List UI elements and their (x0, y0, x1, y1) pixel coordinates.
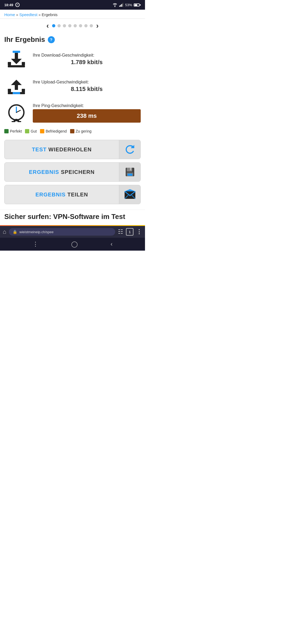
download-result-row: Ihre Download-Geschwindigkeit: 1.789 kbi… (4, 49, 141, 70)
carousel-dot-6[interactable] (79, 24, 82, 27)
page-title: Ihr Ergebnis (4, 35, 45, 44)
tab-count-button[interactable]: 1 (126, 228, 133, 236)
ping-svg-icon (6, 102, 27, 124)
legend-gut: Gut (25, 129, 37, 133)
browser-home-button[interactable]: ⌂ (3, 228, 6, 235)
carousel-dot-7[interactable] (84, 24, 88, 27)
lock-icon: 🔒 (13, 230, 17, 234)
share-result-button[interactable]: ERGEBNIS TEILEN (4, 185, 141, 204)
svg-rect-0 (119, 6, 120, 7)
browser-address-bar[interactable]: 🔒 wieistmeineip.ch/spee (9, 228, 115, 236)
svg-rect-6 (22, 62, 25, 65)
browser-menu-button[interactable]: ⋮ (136, 228, 142, 235)
carousel-dot-3[interactable] (63, 24, 66, 27)
android-back-button[interactable]: ‹ (111, 241, 113, 248)
download-info: Ihre Download-Geschwindigkeit: 1.789 kbi… (33, 53, 141, 66)
action-buttons: TEST WIEDERHOLEN ERGEBNIS SPEICHERN (4, 140, 141, 204)
android-recent-apps-button[interactable]: ⋮ (32, 241, 38, 248)
ping-label: Ihre Ping-Geschwindigkeit: (33, 103, 141, 108)
share-normal: TEILEN (66, 192, 88, 197)
carousel-prev[interactable]: ‹ (45, 21, 50, 30)
upload-icon (4, 75, 28, 97)
reader-mode-button[interactable]: ☷ (118, 228, 123, 235)
breadcrumb-current: Ergebnis (42, 12, 57, 17)
status-left: 18:49 ✓ (4, 3, 20, 7)
bottom-heading: Sicher surfen: VPN-Software im Test (0, 210, 145, 225)
breadcrumb-sep1: » (16, 13, 18, 17)
battery-icon (134, 3, 141, 6)
upload-info: Ihre Upload-Geschwindigkeit: 8.115 kbit/… (33, 80, 141, 93)
svg-line-18 (16, 110, 20, 112)
breadcrumb-sep2: » (38, 13, 41, 17)
ping-icon (4, 102, 28, 124)
carousel-dot-5[interactable] (74, 24, 77, 27)
svg-rect-27 (130, 168, 131, 170)
help-icon[interactable]: ? (48, 36, 55, 43)
repeat-test-normal: WIEDERHOLEN (47, 147, 92, 152)
svg-rect-22 (17, 121, 21, 122)
upload-result-row: Ihre Upload-Geschwindigkeit: 8.115 kbit/… (4, 75, 141, 97)
download-icon (4, 49, 28, 70)
legend-label-befriedigend: Befriedigend (46, 129, 67, 133)
repeat-test-highlight: TEST (32, 147, 47, 152)
svg-rect-4 (8, 65, 25, 67)
carousel-dot-8[interactable] (90, 24, 93, 27)
legend-color-perfekt (4, 129, 9, 133)
legend-label-perfekt: Perfekt (10, 129, 22, 133)
carousel-dot-4[interactable] (68, 24, 71, 27)
upload-svg-icon (6, 75, 27, 97)
svg-rect-3 (122, 3, 123, 7)
signal-icon (119, 3, 124, 7)
download-label: Ihre Download-Geschwindigkeit: (33, 53, 141, 58)
section-title: Ihr Ergebnis ? (4, 35, 141, 44)
battery-percent: 53% (125, 3, 132, 7)
whatsapp-icon: ✓ (15, 3, 20, 7)
save-result-button[interactable]: ERGEBNIS SPEICHERN (4, 162, 141, 182)
repeat-test-button[interactable]: TEST WIEDERHOLEN (4, 140, 141, 159)
save-icon (124, 166, 136, 178)
svg-rect-15 (13, 92, 20, 94)
upload-label: Ihre Upload-Geschwindigkeit: (33, 80, 141, 85)
repeat-test-label: TEST WIEDERHOLEN (5, 147, 119, 153)
browser-bar: ⌂ 🔒 wieistmeineip.ch/spee ☷ 1 ⋮ (0, 226, 145, 238)
repeat-icon (124, 144, 136, 155)
svg-rect-21 (12, 121, 15, 122)
legend-label-gut: Gut (31, 129, 37, 133)
legend-label-zu-gering: Zu gering (76, 129, 92, 133)
legend-color-befriedigend (40, 129, 44, 133)
ping-info: Ihre Ping-Geschwindigkeit: 238 ms (33, 103, 141, 123)
upload-value: 8.115 kbit/s (33, 86, 141, 93)
carousel-dot-1[interactable] (52, 24, 55, 27)
breadcrumb-speedtest[interactable]: Speedtest (19, 12, 38, 17)
breadcrumb-home[interactable]: Home (4, 12, 15, 17)
ping-result-row: Ihre Ping-Geschwindigkeit: 238 ms (4, 102, 141, 124)
legend: Perfekt Gut Befriedigend Zu gering (4, 129, 141, 133)
legend-perfekt: Perfekt (4, 129, 22, 133)
save-result-label: ERGEBNIS SPEICHERN (5, 169, 119, 175)
repeat-test-icon-box (119, 140, 140, 159)
status-bar: 18:49 ✓ 53% (0, 0, 145, 10)
legend-color-gut (25, 129, 29, 133)
carousel-nav: ‹ › (0, 19, 145, 33)
download-value: 1.789 kbit/s (33, 59, 141, 66)
ping-bar: 238 ms (33, 109, 141, 123)
svg-marker-14 (11, 80, 22, 85)
carousel-next[interactable]: › (95, 21, 100, 30)
breadcrumb: Home » Speedtest » Ergebnis (0, 10, 145, 19)
svg-rect-2 (121, 4, 122, 7)
svg-rect-12 (22, 89, 25, 92)
android-home-button[interactable]: ◯ (71, 241, 78, 248)
ping-value: 238 ms (77, 112, 97, 119)
android-nav-bar: ⋮ ◯ ‹ (0, 238, 145, 251)
save-highlight: ERGEBNIS (29, 169, 59, 175)
status-time: 18:49 (4, 3, 13, 7)
carousel-dot-2[interactable] (57, 24, 61, 27)
svg-rect-9 (13, 51, 20, 53)
main-content: Ihr Ergebnis ? Ihre Download-Geschwindig… (0, 33, 145, 204)
svg-rect-1 (120, 5, 121, 7)
legend-zu-gering: Zu gering (70, 129, 92, 133)
share-highlight: ERGEBNIS (35, 192, 66, 197)
download-svg-icon (6, 49, 27, 70)
wifi-icon (112, 3, 118, 7)
save-normal: SPEICHERN (59, 169, 95, 175)
